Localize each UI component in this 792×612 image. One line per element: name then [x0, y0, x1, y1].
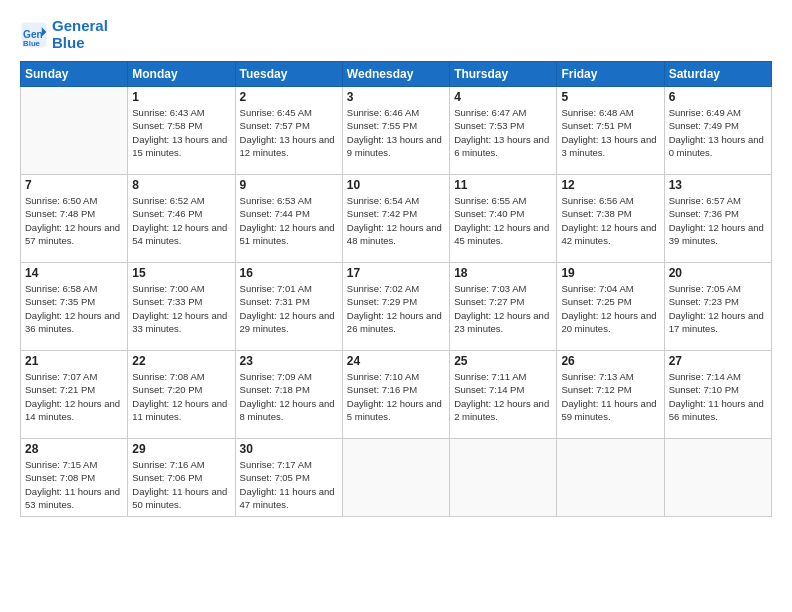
- sunset-text: Sunset: 7:42 PM: [347, 207, 445, 220]
- day-info: Sunrise: 7:10 AMSunset: 7:16 PMDaylight:…: [347, 370, 445, 423]
- weekday-tuesday: Tuesday: [235, 62, 342, 87]
- sunset-text: Sunset: 7:48 PM: [25, 207, 123, 220]
- sunrise-text: Sunrise: 6:45 AM: [240, 106, 338, 119]
- day-info: Sunrise: 7:02 AMSunset: 7:29 PMDaylight:…: [347, 282, 445, 335]
- day-info: Sunrise: 6:46 AMSunset: 7:55 PMDaylight:…: [347, 106, 445, 159]
- sunset-text: Sunset: 7:23 PM: [669, 295, 767, 308]
- daylight-text: Daylight: 12 hours and 17 minutes.: [669, 309, 767, 336]
- day-info: Sunrise: 6:58 AMSunset: 7:35 PMDaylight:…: [25, 282, 123, 335]
- page-header: Gen Blue General Blue: [20, 18, 772, 51]
- sunrise-text: Sunrise: 6:52 AM: [132, 194, 230, 207]
- daylight-text: Daylight: 12 hours and 48 minutes.: [347, 221, 445, 248]
- sunrise-text: Sunrise: 7:05 AM: [669, 282, 767, 295]
- day-number: 9: [240, 178, 338, 192]
- daylight-text: Daylight: 12 hours and 8 minutes.: [240, 397, 338, 424]
- day-info: Sunrise: 6:52 AMSunset: 7:46 PMDaylight:…: [132, 194, 230, 247]
- day-number: 20: [669, 266, 767, 280]
- day-number: 11: [454, 178, 552, 192]
- sunrise-text: Sunrise: 7:09 AM: [240, 370, 338, 383]
- calendar-cell: 29Sunrise: 7:16 AMSunset: 7:06 PMDayligh…: [128, 439, 235, 517]
- daylight-text: Daylight: 11 hours and 47 minutes.: [240, 485, 338, 512]
- day-info: Sunrise: 6:57 AMSunset: 7:36 PMDaylight:…: [669, 194, 767, 247]
- day-info: Sunrise: 6:47 AMSunset: 7:53 PMDaylight:…: [454, 106, 552, 159]
- daylight-text: Daylight: 13 hours and 15 minutes.: [132, 133, 230, 160]
- sunrise-text: Sunrise: 6:48 AM: [561, 106, 659, 119]
- calendar-week-2: 7Sunrise: 6:50 AMSunset: 7:48 PMDaylight…: [21, 175, 772, 263]
- daylight-text: Daylight: 13 hours and 9 minutes.: [347, 133, 445, 160]
- day-info: Sunrise: 6:55 AMSunset: 7:40 PMDaylight:…: [454, 194, 552, 247]
- weekday-header-row: SundayMondayTuesdayWednesdayThursdayFrid…: [21, 62, 772, 87]
- calendar-cell: 30Sunrise: 7:17 AMSunset: 7:05 PMDayligh…: [235, 439, 342, 517]
- day-info: Sunrise: 7:05 AMSunset: 7:23 PMDaylight:…: [669, 282, 767, 335]
- daylight-text: Daylight: 11 hours and 56 minutes.: [669, 397, 767, 424]
- day-number: 5: [561, 90, 659, 104]
- day-number: 21: [25, 354, 123, 368]
- calendar-cell: 7Sunrise: 6:50 AMSunset: 7:48 PMDaylight…: [21, 175, 128, 263]
- day-info: Sunrise: 7:08 AMSunset: 7:20 PMDaylight:…: [132, 370, 230, 423]
- sunset-text: Sunset: 7:58 PM: [132, 119, 230, 132]
- day-number: 1: [132, 90, 230, 104]
- sunset-text: Sunset: 7:33 PM: [132, 295, 230, 308]
- day-number: 28: [25, 442, 123, 456]
- sunset-text: Sunset: 7:44 PM: [240, 207, 338, 220]
- calendar-cell: 21Sunrise: 7:07 AMSunset: 7:21 PMDayligh…: [21, 351, 128, 439]
- daylight-text: Daylight: 12 hours and 14 minutes.: [25, 397, 123, 424]
- calendar-cell: 22Sunrise: 7:08 AMSunset: 7:20 PMDayligh…: [128, 351, 235, 439]
- calendar-cell: 12Sunrise: 6:56 AMSunset: 7:38 PMDayligh…: [557, 175, 664, 263]
- calendar-cell: 23Sunrise: 7:09 AMSunset: 7:18 PMDayligh…: [235, 351, 342, 439]
- sunset-text: Sunset: 7:25 PM: [561, 295, 659, 308]
- weekday-sunday: Sunday: [21, 62, 128, 87]
- calendar-cell: 6Sunrise: 6:49 AMSunset: 7:49 PMDaylight…: [664, 87, 771, 175]
- calendar-week-4: 21Sunrise: 7:07 AMSunset: 7:21 PMDayligh…: [21, 351, 772, 439]
- day-info: Sunrise: 7:03 AMSunset: 7:27 PMDaylight:…: [454, 282, 552, 335]
- calendar-cell: 24Sunrise: 7:10 AMSunset: 7:16 PMDayligh…: [342, 351, 449, 439]
- sunset-text: Sunset: 7:06 PM: [132, 471, 230, 484]
- calendar-table: SundayMondayTuesdayWednesdayThursdayFrid…: [20, 61, 772, 517]
- day-info: Sunrise: 7:16 AMSunset: 7:06 PMDaylight:…: [132, 458, 230, 511]
- sunrise-text: Sunrise: 6:50 AM: [25, 194, 123, 207]
- day-number: 30: [240, 442, 338, 456]
- sunset-text: Sunset: 7:55 PM: [347, 119, 445, 132]
- calendar-cell: 5Sunrise: 6:48 AMSunset: 7:51 PMDaylight…: [557, 87, 664, 175]
- day-number: 18: [454, 266, 552, 280]
- calendar-cell: 18Sunrise: 7:03 AMSunset: 7:27 PMDayligh…: [450, 263, 557, 351]
- day-info: Sunrise: 7:13 AMSunset: 7:12 PMDaylight:…: [561, 370, 659, 423]
- sunrise-text: Sunrise: 6:49 AM: [669, 106, 767, 119]
- calendar-cell: 14Sunrise: 6:58 AMSunset: 7:35 PMDayligh…: [21, 263, 128, 351]
- sunset-text: Sunset: 7:14 PM: [454, 383, 552, 396]
- calendar-cell: 25Sunrise: 7:11 AMSunset: 7:14 PMDayligh…: [450, 351, 557, 439]
- sunrise-text: Sunrise: 7:13 AM: [561, 370, 659, 383]
- sunset-text: Sunset: 7:08 PM: [25, 471, 123, 484]
- sunrise-text: Sunrise: 6:53 AM: [240, 194, 338, 207]
- daylight-text: Daylight: 12 hours and 42 minutes.: [561, 221, 659, 248]
- calendar-cell: 16Sunrise: 7:01 AMSunset: 7:31 PMDayligh…: [235, 263, 342, 351]
- sunrise-text: Sunrise: 6:57 AM: [669, 194, 767, 207]
- sunrise-text: Sunrise: 6:43 AM: [132, 106, 230, 119]
- calendar-cell: 11Sunrise: 6:55 AMSunset: 7:40 PMDayligh…: [450, 175, 557, 263]
- daylight-text: Daylight: 12 hours and 57 minutes.: [25, 221, 123, 248]
- sunrise-text: Sunrise: 7:10 AM: [347, 370, 445, 383]
- sunrise-text: Sunrise: 6:58 AM: [25, 282, 123, 295]
- daylight-text: Daylight: 11 hours and 59 minutes.: [561, 397, 659, 424]
- logo: Gen Blue General Blue: [20, 18, 108, 51]
- svg-text:Blue: Blue: [23, 38, 41, 47]
- sunset-text: Sunset: 7:36 PM: [669, 207, 767, 220]
- sunset-text: Sunset: 7:21 PM: [25, 383, 123, 396]
- calendar-cell: 2Sunrise: 6:45 AMSunset: 7:57 PMDaylight…: [235, 87, 342, 175]
- daylight-text: Daylight: 12 hours and 11 minutes.: [132, 397, 230, 424]
- logo-icon: Gen Blue: [20, 21, 48, 49]
- day-number: 15: [132, 266, 230, 280]
- sunset-text: Sunset: 7:16 PM: [347, 383, 445, 396]
- daylight-text: Daylight: 12 hours and 39 minutes.: [669, 221, 767, 248]
- sunset-text: Sunset: 7:40 PM: [454, 207, 552, 220]
- calendar-cell: [557, 439, 664, 517]
- sunrise-text: Sunrise: 7:11 AM: [454, 370, 552, 383]
- day-number: 8: [132, 178, 230, 192]
- day-number: 3: [347, 90, 445, 104]
- day-number: 22: [132, 354, 230, 368]
- daylight-text: Daylight: 12 hours and 54 minutes.: [132, 221, 230, 248]
- sunrise-text: Sunrise: 7:03 AM: [454, 282, 552, 295]
- day-number: 6: [669, 90, 767, 104]
- daylight-text: Daylight: 11 hours and 50 minutes.: [132, 485, 230, 512]
- day-info: Sunrise: 7:00 AMSunset: 7:33 PMDaylight:…: [132, 282, 230, 335]
